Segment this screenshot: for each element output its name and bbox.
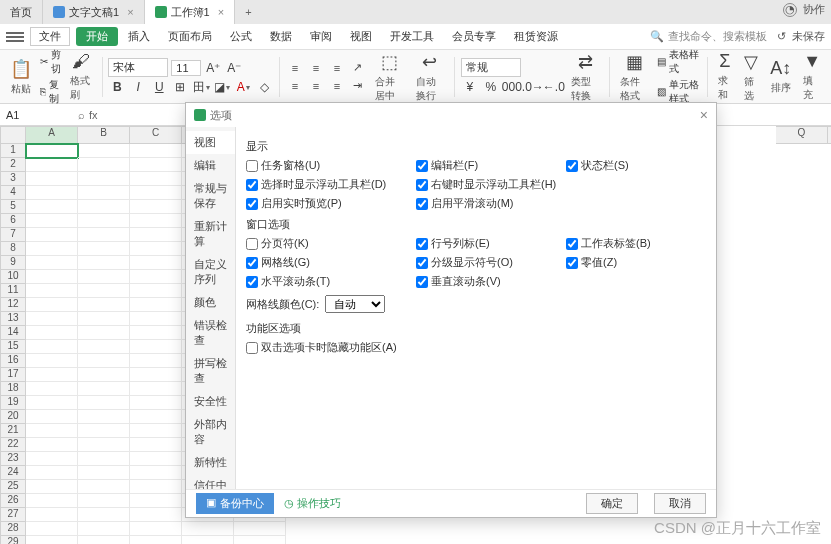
- cancel-button[interactable]: 取消: [654, 493, 706, 514]
- side-recalc[interactable]: 重新计算: [186, 215, 235, 253]
- align-left[interactable]: ≡: [286, 78, 304, 94]
- align-right[interactable]: ≡: [328, 78, 346, 94]
- cell[interactable]: [78, 494, 130, 508]
- cell[interactable]: [78, 186, 130, 200]
- cell[interactable]: [234, 522, 286, 536]
- menu-start[interactable]: 开始: [76, 27, 118, 46]
- font-size-select[interactable]: 11: [171, 60, 201, 76]
- sum[interactable]: Σ求和: [714, 51, 736, 102]
- row-header[interactable]: 8: [0, 242, 26, 256]
- row-header[interactable]: 14: [0, 326, 26, 340]
- dec-dec[interactable]: ←.0: [545, 79, 563, 95]
- cell[interactable]: [78, 144, 130, 158]
- cond-format[interactable]: ▦条件格式: [616, 51, 653, 103]
- cell[interactable]: [130, 284, 182, 298]
- cell[interactable]: [78, 438, 130, 452]
- gridcolor-select[interactable]: 自动: [325, 295, 385, 313]
- cell[interactable]: [130, 158, 182, 172]
- opt-rowcol[interactable]: 行号列标(E): [416, 236, 566, 251]
- cell[interactable]: [78, 214, 130, 228]
- cell[interactable]: [26, 242, 78, 256]
- align-top[interactable]: ≡: [286, 60, 304, 76]
- hamburger-icon[interactable]: [6, 30, 24, 44]
- cell[interactable]: [182, 536, 234, 544]
- row-header[interactable]: 24: [0, 466, 26, 480]
- cell[interactable]: [78, 508, 130, 522]
- cell[interactable]: [130, 424, 182, 438]
- opt-gridlines[interactable]: 网格线(G): [246, 255, 416, 270]
- cell[interactable]: [26, 466, 78, 480]
- row-header[interactable]: 11: [0, 284, 26, 298]
- row-header[interactable]: 13: [0, 312, 26, 326]
- indent[interactable]: ⇥: [349, 78, 367, 94]
- row-header[interactable]: 28: [0, 522, 26, 536]
- opt-smooth[interactable]: 启用平滑滚动(M): [416, 196, 566, 211]
- align-bot[interactable]: ≡: [328, 60, 346, 76]
- cell[interactable]: [26, 494, 78, 508]
- cell[interactable]: [26, 312, 78, 326]
- cell[interactable]: [26, 410, 78, 424]
- row-header[interactable]: 7: [0, 228, 26, 242]
- opt-outline[interactable]: 分级显示符号(O): [416, 255, 566, 270]
- row-header[interactable]: 16: [0, 354, 26, 368]
- percent[interactable]: %: [482, 79, 500, 95]
- cell[interactable]: [26, 382, 78, 396]
- cell[interactable]: [130, 144, 182, 158]
- close-icon[interactable]: ×: [700, 107, 708, 123]
- tab-sheet[interactable]: 工作簿1×: [145, 0, 236, 24]
- filter[interactable]: ▽筛选: [740, 51, 762, 103]
- cell[interactable]: [78, 354, 130, 368]
- row-header[interactable]: 15: [0, 340, 26, 354]
- row-header[interactable]: 27: [0, 508, 26, 522]
- tips-link[interactable]: ◷ 操作技巧: [284, 496, 341, 511]
- cell[interactable]: [78, 158, 130, 172]
- dec-inc[interactable]: .0→: [524, 79, 542, 95]
- side-custom-list[interactable]: 自定义序列: [186, 253, 235, 291]
- opt-hscroll[interactable]: 水平滚动条(T): [246, 274, 416, 289]
- opt-editbar[interactable]: 编辑栏(F): [416, 158, 566, 173]
- cell[interactable]: [26, 424, 78, 438]
- row-header[interactable]: 26: [0, 494, 26, 508]
- close-icon[interactable]: ×: [127, 6, 133, 18]
- user-icon[interactable]: ◔: [783, 3, 797, 17]
- cell[interactable]: [78, 298, 130, 312]
- row-header[interactable]: 18: [0, 382, 26, 396]
- cell[interactable]: [130, 368, 182, 382]
- menu-insert[interactable]: 插入: [120, 29, 158, 44]
- border[interactable]: 田▾: [192, 79, 210, 95]
- side-general[interactable]: 常规与保存: [186, 177, 235, 215]
- cell[interactable]: [26, 284, 78, 298]
- cell[interactable]: [130, 242, 182, 256]
- underline[interactable]: U: [150, 79, 168, 95]
- side-external[interactable]: 外部内容: [186, 413, 235, 451]
- cell[interactable]: [130, 382, 182, 396]
- cell[interactable]: [130, 326, 182, 340]
- cell[interactable]: [26, 326, 78, 340]
- side-trust[interactable]: 信任中心: [186, 474, 235, 489]
- tab-add[interactable]: +: [235, 0, 261, 24]
- file-menu[interactable]: 文件: [30, 27, 70, 46]
- cell[interactable]: [78, 200, 130, 214]
- side-edit[interactable]: 编辑: [186, 154, 235, 177]
- italic[interactable]: I: [129, 79, 147, 95]
- cell[interactable]: [130, 536, 182, 544]
- row-header[interactable]: 25: [0, 480, 26, 494]
- opt-sel-float[interactable]: 选择时显示浮动工具栏(D): [246, 177, 416, 192]
- cell[interactable]: [78, 536, 130, 544]
- cell[interactable]: [130, 480, 182, 494]
- cell[interactable]: [26, 298, 78, 312]
- cell[interactable]: [26, 452, 78, 466]
- opt-sheet-tabs[interactable]: 工作表标签(B): [566, 236, 706, 251]
- cell[interactable]: [78, 396, 130, 410]
- unsaved-label[interactable]: 未保存: [792, 29, 825, 44]
- cell[interactable]: [26, 228, 78, 242]
- menu-layout[interactable]: 页面布局: [160, 29, 220, 44]
- row-header[interactable]: 3: [0, 172, 26, 186]
- menu-view[interactable]: 视图: [342, 29, 380, 44]
- opt-pagebreak[interactable]: 分页符(K): [246, 236, 416, 251]
- menu-data[interactable]: 数据: [262, 29, 300, 44]
- cell[interactable]: [78, 424, 130, 438]
- row-header[interactable]: 23: [0, 452, 26, 466]
- currency[interactable]: ¥: [461, 79, 479, 95]
- cell[interactable]: [26, 270, 78, 284]
